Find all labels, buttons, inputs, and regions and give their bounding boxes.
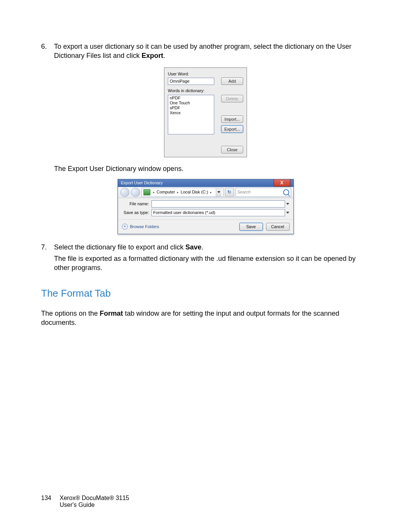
- list-item[interactable]: sPDF: [170, 105, 212, 110]
- text: The Export User Dictionary window opens.: [54, 164, 370, 173]
- search-icon: [283, 189, 289, 195]
- chevron-down-icon[interactable]: [286, 203, 289, 205]
- breadcrumb-item[interactable]: Local Disk (C:): [181, 189, 208, 195]
- browse-folders-label: Browse Folders: [130, 224, 159, 230]
- add-button[interactable]: Add: [221, 77, 243, 85]
- list-item[interactable]: One Touch: [170, 101, 212, 105]
- page-footer: 134 Xerox® DocuMate® 3115 User's Guide: [41, 495, 129, 508]
- text: .: [201, 243, 203, 251]
- step-number: 7.: [41, 243, 54, 273]
- page-number: 134: [41, 495, 51, 508]
- filename-label: File name:: [121, 201, 151, 207]
- export-user-dictionary-dialog: Export User Dictionary X ▸ Computer ▸ Lo…: [118, 179, 294, 234]
- save-as-type-label: Save as type:: [121, 210, 151, 216]
- text-bold: Format: [100, 310, 123, 317]
- step-body: To export a user dictionary so it can be…: [54, 42, 370, 61]
- chevron-right-icon: ▸: [177, 190, 179, 195]
- paragraph: The options on the Format tab window are…: [41, 309, 370, 328]
- list-item[interactable]: nPDF: [170, 96, 212, 101]
- user-word-input[interactable]: OmniPage: [168, 78, 214, 85]
- footer-line-2: User's Guide: [60, 502, 129, 508]
- save-as-type-value: Formatted user dictionaries (*.ud): [153, 209, 215, 216]
- back-icon[interactable]: [120, 188, 129, 197]
- breadcrumb[interactable]: ▸ Computer ▸ Local Disk (C:) ▸: [142, 188, 223, 197]
- chevron-down-icon: [217, 191, 220, 193]
- section-heading: The Format Tab: [41, 287, 370, 300]
- export-button[interactable]: Export...: [221, 125, 243, 133]
- text-bold: Export: [142, 52, 163, 59]
- delete-button[interactable]: Delete: [221, 95, 243, 102]
- step-number: 6.: [41, 42, 54, 61]
- forward-icon[interactable]: [131, 188, 140, 197]
- step-7: 7. Select the dictionary file to export …: [41, 243, 370, 273]
- text: To export a user dictionary so it can be…: [54, 43, 351, 59]
- import-button[interactable]: Import...: [221, 115, 243, 123]
- breadcrumb-item[interactable]: Computer: [157, 189, 175, 195]
- chevron-down-icon[interactable]: [286, 212, 289, 214]
- text: .: [163, 52, 165, 59]
- refresh-icon[interactable]: ↻: [225, 188, 234, 197]
- close-icon[interactable]: X: [274, 179, 290, 187]
- drive-icon: [143, 189, 150, 195]
- search-placeholder: Search: [237, 189, 251, 195]
- titlebar[interactable]: Export User Dictionary X: [118, 179, 293, 187]
- text: The options on the: [41, 310, 100, 317]
- user-dictionary-panel: User Word: OmniPage Add Words in diction…: [164, 67, 247, 158]
- save-as-type-select[interactable]: Formatted user dictionaries (*.ud): [151, 209, 285, 216]
- list-item[interactable]: Xerox: [170, 110, 212, 115]
- step-6-followup: The Export User Dictionary window opens.: [41, 164, 370, 173]
- breadcrumb-dropdown[interactable]: [216, 188, 221, 197]
- user-word-label: User Word:: [168, 71, 243, 77]
- chevron-down-icon: ▾: [122, 224, 128, 230]
- search-input[interactable]: Search: [236, 188, 291, 197]
- text-bold: Save: [185, 243, 201, 251]
- text: Select the dictionary file to export and…: [54, 243, 185, 251]
- filename-input[interactable]: [151, 200, 285, 208]
- chevron-right-icon: ▸: [210, 190, 212, 195]
- footer-line-1: Xerox® DocuMate® 3115: [60, 495, 129, 502]
- nav-toolbar: ▸ Computer ▸ Local Disk (C:) ▸ ↻ Search: [118, 187, 293, 198]
- words-listbox[interactable]: nPDF One Touch sPDF Xerox: [168, 95, 214, 134]
- browse-folders-toggle[interactable]: ▾ Browse Folders: [122, 224, 159, 230]
- close-button[interactable]: Close: [221, 146, 243, 153]
- cancel-button[interactable]: Cancel: [266, 223, 290, 231]
- save-button[interactable]: Save: [239, 223, 263, 231]
- step-6: 6. To export a user dictionary so it can…: [41, 42, 370, 61]
- dialog-title: Export User Dictionary: [121, 180, 163, 186]
- chevron-right-icon: ▸: [153, 190, 155, 195]
- text: The file is exported as a formatted dict…: [54, 254, 370, 273]
- words-in-dictionary-label: Words in dictionary:: [168, 88, 243, 94]
